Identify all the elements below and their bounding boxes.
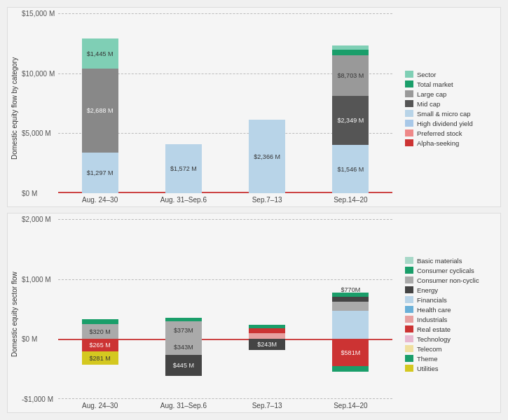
legend-alpha-seeking: Alpha-seeking	[405, 139, 495, 147]
legend-mid-cap: Mid cap	[405, 100, 495, 108]
legend-color-health-care	[405, 306, 413, 313]
bottom-chart-y-axis-label: Domestic equity sector flow	[11, 219, 23, 410]
legend-consumer-cyclicals: Consumer cyclicals	[405, 267, 495, 274]
bar-seg-3-1: $2,366 M	[249, 120, 285, 193]
grid-label-b0: $0 M	[22, 335, 37, 343]
legend-label-industrials: Industrials	[417, 316, 447, 323]
legend-label-technology: Technology	[417, 335, 451, 343]
legend-color-small-micro-cap	[405, 110, 413, 117]
legend-label-financials: Financials	[417, 296, 447, 304]
legend-label-utilities: Utilities	[417, 365, 439, 372]
legend-color-sector	[405, 71, 413, 78]
legend-preferred-stock: Preferred stock	[405, 130, 495, 137]
bottom-bar-3-pos1	[249, 333, 285, 339]
bottom-bar-4-pos2	[332, 302, 369, 311]
top-chart-panel: Domestic equity flow by category $15,000…	[7, 7, 501, 207]
legend-label-real-estate: Real estate	[417, 326, 451, 333]
grid-label-2000: $2,000 M	[22, 216, 51, 223]
legend-high-dividend: High dividend yield	[405, 120, 495, 127]
x-label-4: Sep.14–20	[309, 196, 392, 204]
bar-seg-2-1: $1,572 M	[165, 144, 202, 193]
legend-color-financials	[405, 296, 413, 303]
legend-label-sector: Sector	[417, 71, 436, 78]
legend-consumer-noncyclic: Consumer non-cyclic	[405, 276, 495, 284]
bottom-bar-4-pos1	[332, 311, 369, 339]
x-label-2: Aug. 31–Sep.6	[142, 196, 225, 204]
legend-label-health-care: Health care	[417, 306, 451, 314]
bar-seg-1-3: $1,445 M	[82, 38, 118, 69]
legend-color-high-dividend	[405, 120, 413, 127]
bar-group-1: $1,297 M $2,688 M $1,445 M	[82, 38, 118, 193]
bar-group-2: $1,572 M	[165, 144, 202, 193]
bottom-bar-group-1: $320 M $265 M $281 M	[82, 219, 118, 399]
grid-label-10000: $10,000 M	[22, 69, 55, 77]
legend-total-market: Total market	[405, 80, 495, 88]
bottom-bar-3-neg1: $243M	[249, 339, 285, 350]
legend-color-basic-materials	[405, 257, 413, 264]
bottom-x-label-3: Sep.7–13	[226, 402, 309, 410]
bar-group-3: $2,366 M	[249, 120, 285, 193]
legend-real-estate: Real estate	[405, 326, 495, 333]
legend-color-consumer-cyclicals	[405, 267, 413, 274]
bottom-chart-grid: $2,000 M $1,000 M $0 M -$1,000 M $320 M	[58, 219, 392, 399]
legend-label-basic-materials: Basic materials	[417, 257, 462, 265]
grid-label-1000: $1,000 M	[22, 275, 51, 283]
grid-label-0: $0 M	[22, 190, 37, 197]
grid-label-5000: $5,000 M	[22, 130, 51, 137]
grid-label-neg1000: -$1,000 M	[22, 396, 53, 403]
bottom-bar-group-3: $243M	[249, 219, 285, 399]
legend-color-real-estate	[405, 326, 413, 332]
bottom-bar-2-neg1: $343M	[165, 339, 202, 355]
top-chart-grid: $15,000 M $10,000 M $5,000 M $0 M $1,297…	[58, 13, 392, 193]
bottom-bar-3-pos2	[249, 328, 285, 333]
legend-health-care: Health care	[405, 306, 495, 314]
legend-label-consumer-noncyclic: Consumer non-cyclic	[417, 276, 479, 284]
grid-label-15000: $15,000 M	[22, 10, 55, 18]
legend-color-telecom	[405, 345, 413, 352]
legend-color-total-market	[405, 80, 413, 88]
bottom-bar-4-neg2	[332, 366, 369, 372]
bottom-bar-1-pos2	[82, 319, 118, 324]
bar-seg-4-4	[332, 50, 369, 55]
bottom-bar-1-pos1: $320 M	[82, 324, 118, 339]
legend-sector: Sector	[405, 71, 495, 78]
top-chart-y-axis-label: Domestic equity flow by category	[11, 13, 23, 204]
legend-theme: Theme	[405, 355, 495, 363]
legend-color-alpha-seeking	[405, 139, 413, 146]
legend-color-utilities	[405, 365, 413, 372]
legend-label-telecom: Telecom	[417, 345, 441, 353]
bottom-chart-x-labels: Aug. 24–30 Aug. 31–Sep.6 Sep.7–13 Sep.14…	[58, 402, 392, 410]
legend-telecom: Telecom	[405, 345, 495, 353]
legend-color-consumer-noncyclic	[405, 276, 413, 284]
legend-technology: Technology	[405, 335, 495, 343]
bottom-chart-legend: Basic materials Consumer cyclicals Consu…	[399, 219, 497, 410]
legend-label-preferred-stock: Preferred stock	[417, 130, 462, 137]
x-label-3: Sep.7–13	[226, 196, 309, 204]
bottom-bar-group-4: $770M $581M	[332, 219, 369, 399]
legend-color-technology	[405, 335, 413, 342]
bottom-chart-panel: Domestic equity sector flow $2,000 M $1,…	[7, 213, 501, 413]
bottom-x-label-4: Sep.14–20	[309, 402, 392, 410]
bar-seg-1-1: $1,297 M	[82, 153, 118, 193]
bottom-bar-group-2: $373M $343M $445 M	[165, 219, 202, 399]
legend-label-theme: Theme	[417, 355, 438, 363]
legend-industrials: Industrials	[405, 316, 495, 323]
top-chart-x-labels: Aug. 24–30 Aug. 31–Sep.6 Sep.7–13 Sep.14…	[58, 196, 392, 204]
legend-label-total-market: Total market	[417, 80, 453, 88]
legend-label-mid-cap: Mid cap	[417, 100, 440, 108]
legend-label-small-micro-cap: Small & micro cap	[417, 110, 471, 118]
bottom-bar-1-neg1: $265 M	[82, 339, 118, 351]
x-label-1: Aug. 24–30	[58, 196, 142, 204]
legend-large-cap: Large cap	[405, 90, 495, 98]
bottom-bar-4-pos3: $770M	[332, 297, 369, 302]
bottom-chart-area: $2,000 M $1,000 M $0 M -$1,000 M $320 M	[23, 219, 399, 410]
legend-label-consumer-cyclicals: Consumer cyclicals	[417, 267, 474, 274]
bar-seg-4-3: $8,703 M	[332, 55, 369, 96]
bar-seg-4-1: $1,546 M	[332, 145, 369, 193]
legend-energy: Energy	[405, 286, 495, 294]
legend-color-industrials	[405, 316, 413, 323]
legend-label-alpha-seeking: Alpha-seeking	[417, 139, 459, 147]
bottom-bar-4-neg1: $581M	[332, 339, 369, 366]
legend-label-energy: Energy	[417, 286, 438, 294]
bottom-x-label-2: Aug. 31–Sep.6	[142, 402, 225, 410]
